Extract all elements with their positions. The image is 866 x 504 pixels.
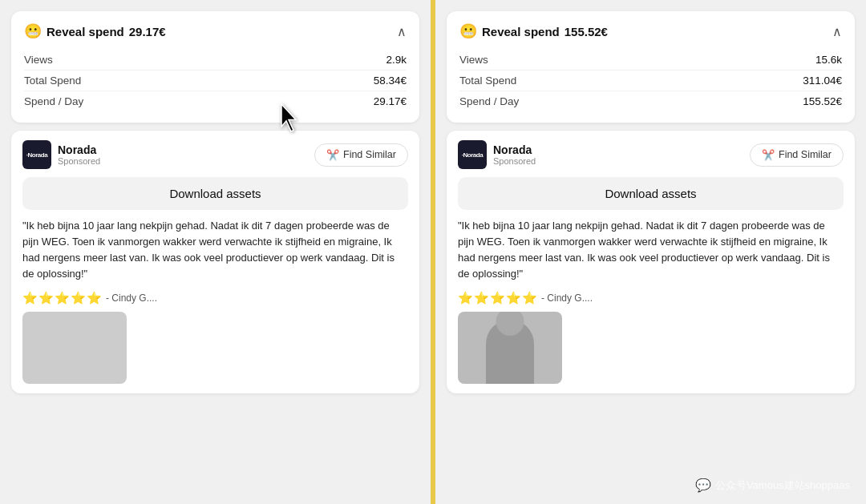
left-day-label: Spend / Day — [24, 95, 83, 107]
left-chevron-up-icon[interactable]: ∧ — [397, 24, 407, 39]
left-find-similar-button[interactable]: ✂️ Find Similar — [314, 143, 408, 167]
right-download-assets-button[interactable]: Download assets — [458, 177, 844, 210]
wechat-icon: 💬 — [695, 478, 711, 493]
left-panel: 😬 Reveal spend 29.17€ ∧ Views 2.9k Total… — [0, 0, 433, 504]
right-spend-header: 😬 Reveal spend 155.52€ ∧ — [459, 22, 842, 40]
left-find-similar-label: Find Similar — [343, 149, 396, 160]
left-stars-row: ⭐⭐⭐⭐⭐ - Cindy G.... — [22, 291, 408, 305]
left-brand-logo: ·Norada — [22, 140, 51, 169]
left-spend-title: 😬 Reveal spend 29.17€ — [24, 22, 166, 40]
right-ad-header: ·Norada Norada Sponsored ✂️ Find Similar — [458, 140, 844, 169]
left-ad-card: ·Norada Norada Sponsored ✂️ Find Similar… — [11, 131, 419, 393]
left-spend-emoji: 😬 — [24, 22, 42, 40]
right-tool-icon: ✂️ — [762, 149, 775, 161]
right-spend-row-day: Spend / Day 155.52€ — [459, 91, 842, 111]
main-container: 😬 Reveal spend 29.17€ ∧ Views 2.9k Total… — [0, 0, 866, 504]
right-spend-label: Reveal spend — [482, 25, 560, 38]
left-ad-text: "Ik heb bijna 10 jaar lang nekpijn gehad… — [22, 218, 408, 283]
left-views-value: 2.9k — [386, 54, 407, 66]
right-total-value: 311.04€ — [803, 75, 842, 87]
right-stars: ⭐⭐⭐⭐⭐ — [458, 291, 538, 305]
right-spend-amount: 155.52€ — [565, 25, 608, 38]
left-total-label: Total Spend — [24, 75, 81, 87]
right-spend-row-total: Total Spend 311.04€ — [459, 71, 842, 91]
right-find-similar-button[interactable]: ✂️ Find Similar — [750, 143, 844, 167]
left-ad-header: ·Norada Norada Sponsored ✂️ Find Similar — [22, 140, 408, 169]
right-total-label: Total Spend — [459, 75, 516, 87]
right-ad-text: "Ik heb bijna 10 jaar lang nekpijn gehad… — [458, 218, 844, 283]
right-reviewer: - Cindy G.... — [541, 292, 593, 304]
watermark-text: 公众号Vamous建站shoppaas — [715, 478, 850, 493]
watermark: 💬 公众号Vamous建站shoppaas — [695, 478, 850, 493]
left-spend-card: 😬 Reveal spend 29.17€ ∧ Views 2.9k Total… — [11, 11, 419, 123]
left-download-assets-button[interactable]: Download assets — [22, 177, 408, 210]
left-spend-header: 😬 Reveal spend 29.17€ ∧ — [24, 22, 407, 40]
left-ad-brand: ·Norada Norada Sponsored — [22, 140, 100, 169]
right-ad-card: ·Norada Norada Sponsored ✂️ Find Similar… — [447, 131, 855, 393]
right-day-value: 155.52€ — [803, 95, 842, 107]
right-spend-card: 😬 Reveal spend 155.52€ ∧ Views 15.6k Tot… — [447, 11, 855, 123]
right-views-label: Views — [459, 54, 488, 66]
right-spend-row-views: Views 15.6k — [459, 50, 842, 71]
left-image-placeholder — [22, 312, 127, 384]
left-reviewer: - Cindy G.... — [106, 292, 157, 304]
left-spend-label: Reveal spend — [47, 25, 124, 38]
right-brand-info: Norada Sponsored — [493, 143, 536, 166]
left-stars: ⭐⭐⭐⭐⭐ — [22, 291, 103, 305]
right-chevron-up-icon[interactable]: ∧ — [832, 24, 842, 39]
left-brand-info: Norada Sponsored — [58, 143, 100, 166]
right-spend-title: 😬 Reveal spend 155.52€ — [459, 22, 608, 40]
left-brand-name: Norada — [58, 143, 100, 156]
right-ad-brand: ·Norada Norada Sponsored — [458, 140, 536, 169]
left-spend-row-views: Views 2.9k — [24, 50, 407, 71]
right-brand-logo: ·Norada — [458, 140, 487, 169]
right-spend-emoji: 😬 — [459, 22, 477, 40]
left-views-label: Views — [24, 54, 53, 66]
right-brand-name: Norada — [493, 143, 536, 156]
right-image-placeholder — [458, 312, 562, 384]
left-tool-icon: ✂️ — [326, 149, 339, 161]
right-panel: 😬 Reveal spend 155.52€ ∧ Views 15.6k Tot… — [433, 0, 866, 504]
left-sponsored-label: Sponsored — [58, 156, 100, 166]
left-spend-amount: 29.17€ — [129, 25, 166, 38]
right-day-label: Spend / Day — [459, 95, 519, 107]
left-day-value: 29.17€ — [374, 95, 407, 107]
right-find-similar-label: Find Similar — [779, 149, 832, 160]
right-views-value: 15.6k — [815, 54, 842, 66]
left-spend-row-total: Total Spend 58.34€ — [24, 71, 407, 91]
left-spend-row-day: Spend / Day 29.17€ — [24, 91, 407, 111]
right-sponsored-label: Sponsored — [493, 156, 536, 166]
left-total-value: 58.34€ — [374, 75, 407, 87]
right-stars-row: ⭐⭐⭐⭐⭐ - Cindy G.... — [458, 291, 844, 305]
